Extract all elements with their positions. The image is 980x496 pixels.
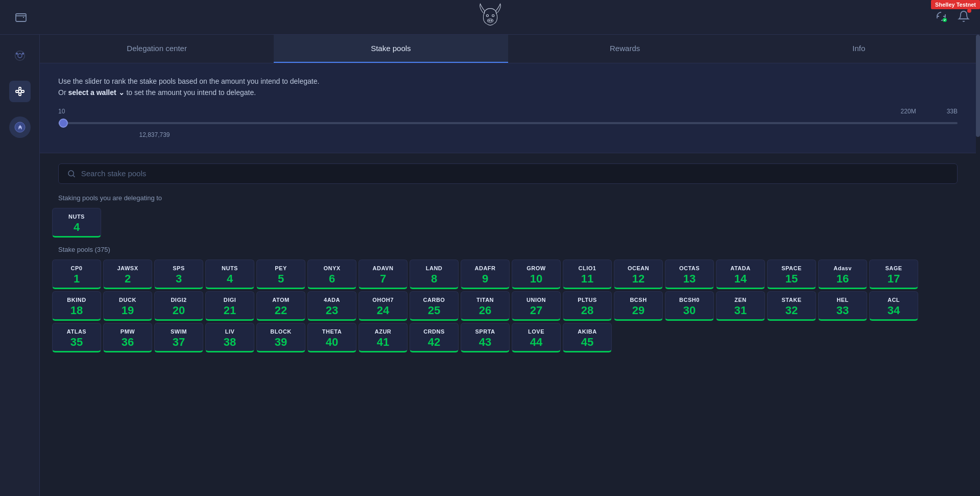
pool-number: 45 bbox=[581, 337, 593, 348]
pool-card-azur[interactable]: AZUR 41 bbox=[358, 323, 408, 352]
pool-card-titan[interactable]: TITAN 26 bbox=[461, 291, 510, 321]
pool-card-hel[interactable]: HEL 33 bbox=[818, 291, 867, 321]
sidebar-settings-icon[interactable] bbox=[9, 81, 31, 102]
pool-card-space[interactable]: SPACE 15 bbox=[767, 259, 816, 289]
pool-number: 34 bbox=[888, 305, 900, 316]
pool-card-ocean[interactable]: OCEAN 12 bbox=[614, 259, 663, 289]
slider-section: Use the slider to rank the stake pools b… bbox=[40, 63, 976, 153]
slider-description: Use the slider to rank the stake pools b… bbox=[58, 76, 958, 99]
svg-rect-13 bbox=[21, 90, 24, 92]
pool-card-jawsx[interactable]: JAWSX 2 bbox=[103, 259, 152, 289]
pool-name: SPS bbox=[173, 265, 185, 271]
pool-number: 28 bbox=[581, 305, 593, 316]
svg-point-18 bbox=[68, 171, 74, 176]
scrollbar-thumb[interactable] bbox=[976, 35, 980, 137]
pool-card-atlas[interactable]: ATLAS 35 bbox=[52, 323, 101, 352]
pool-card-atada[interactable]: ATADA 14 bbox=[716, 259, 765, 289]
slider-wrapper: 12,837,739 bbox=[58, 118, 958, 138]
pool-name: PLTUS bbox=[578, 297, 597, 303]
pool-number: 39 bbox=[275, 337, 287, 348]
wallet-icon[interactable] bbox=[10, 7, 32, 28]
network-badge: Shelley Testnet bbox=[931, 0, 980, 9]
pool-card-cp0[interactable]: CP0 1 bbox=[52, 259, 101, 289]
delegating-pool-card-nuts[interactable]: NUTS 4 bbox=[52, 208, 101, 238]
pool-number: 18 bbox=[70, 305, 83, 316]
search-input[interactable] bbox=[81, 169, 949, 178]
topbar: Shelley Testnet bbox=[0, 0, 980, 35]
pool-number: 10 bbox=[530, 273, 542, 285]
pool-card-pmw[interactable]: PMW 36 bbox=[103, 323, 152, 352]
tab-stake-pools[interactable]: Stake pools bbox=[274, 35, 508, 63]
pool-number: 9 bbox=[482, 273, 488, 285]
pool-name: ADAVN bbox=[373, 265, 394, 271]
pool-name: TITAN bbox=[476, 297, 494, 303]
pool-card-akiba[interactable]: AKIBA 45 bbox=[563, 323, 612, 352]
delegation-amount-slider[interactable] bbox=[58, 118, 958, 128]
pool-card-bkind[interactable]: BKIND 18 bbox=[52, 291, 101, 321]
pool-name: OCTAS bbox=[679, 265, 700, 271]
pool-number: 22 bbox=[275, 305, 287, 316]
pool-name: CP0 bbox=[71, 265, 83, 271]
pool-card-zen[interactable]: ZEN 31 bbox=[716, 291, 765, 321]
pool-number: 38 bbox=[224, 337, 236, 348]
pool-card-octas[interactable]: OCTAS 13 bbox=[665, 259, 714, 289]
svg-rect-14 bbox=[19, 87, 21, 90]
pool-number: 20 bbox=[173, 305, 185, 316]
pool-card-block[interactable]: BLOCK 39 bbox=[256, 323, 305, 352]
delegating-pools: NUTS 4 bbox=[40, 208, 976, 246]
pool-card-sps[interactable]: SPS 3 bbox=[154, 259, 203, 289]
pool-number: 1 bbox=[74, 273, 80, 285]
pool-card-pltus[interactable]: PLTUS 28 bbox=[563, 291, 612, 321]
pool-card-grow[interactable]: GROW 10 bbox=[512, 259, 561, 289]
sync-icon[interactable] bbox=[935, 10, 947, 25]
delegating-pool-number: 4 bbox=[74, 222, 80, 233]
pool-card-theta[interactable]: THETA 40 bbox=[307, 323, 356, 352]
pool-name: OCEAN bbox=[628, 265, 649, 271]
tab-rewards[interactable]: Rewards bbox=[508, 35, 742, 63]
tab-info[interactable]: Info bbox=[742, 35, 976, 63]
pool-number: 4 bbox=[227, 273, 233, 285]
pool-card-sprta[interactable]: SPRTA 43 bbox=[461, 323, 510, 352]
select-wallet-link[interactable]: select a wallet ⌄ bbox=[68, 88, 124, 97]
scroll-area[interactable]: Use the slider to rank the stake pools b… bbox=[40, 63, 976, 496]
tab-delegation-center[interactable]: Delegation center bbox=[40, 35, 274, 63]
pool-card-ohoh7[interactable]: OHOH7 24 bbox=[358, 291, 408, 321]
pool-card-atom[interactable]: ATOM 22 bbox=[256, 291, 305, 321]
pool-card-duck[interactable]: DUCK 19 bbox=[103, 291, 152, 321]
pool-card-stake[interactable]: STAKE 32 bbox=[767, 291, 816, 321]
right-scrollbar[interactable] bbox=[976, 35, 980, 496]
pool-card-pey[interactable]: PEY 5 bbox=[256, 259, 305, 289]
pool-name: ATADA bbox=[730, 265, 750, 271]
pool-card-acl[interactable]: ACL 34 bbox=[869, 291, 918, 321]
pool-name: CRDNS bbox=[423, 328, 445, 335]
pool-card-land[interactable]: LAND 8 bbox=[410, 259, 459, 289]
notification-icon[interactable] bbox=[958, 10, 970, 25]
pool-number: 32 bbox=[785, 305, 798, 316]
pool-card-sage[interactable]: SAGE 17 bbox=[869, 259, 918, 289]
pool-card-crdns[interactable]: CRDNS 42 bbox=[410, 323, 459, 352]
pool-number: 27 bbox=[530, 305, 542, 316]
pool-card-4ada[interactable]: 4ADA 23 bbox=[307, 291, 356, 321]
pool-card-carbo[interactable]: CARBO 25 bbox=[410, 291, 459, 321]
pool-card-adavn[interactable]: ADAVN 7 bbox=[358, 259, 408, 289]
pool-number: 44 bbox=[530, 337, 542, 348]
svg-point-10 bbox=[22, 53, 24, 55]
pool-card-digi2[interactable]: DIGI2 20 bbox=[154, 291, 203, 321]
pool-card-union[interactable]: UNION 27 bbox=[512, 291, 561, 321]
pool-card-liv[interactable]: LIV 38 bbox=[205, 323, 254, 352]
pool-card-clio1[interactable]: CLIO1 11 bbox=[563, 259, 612, 289]
pool-card-adafr[interactable]: ADAFR 9 bbox=[461, 259, 510, 289]
pool-number: 17 bbox=[888, 273, 900, 285]
pool-card-love[interactable]: LOVE 44 bbox=[512, 323, 561, 352]
pool-card-digi[interactable]: DIGI 21 bbox=[205, 291, 254, 321]
pool-card-onyx[interactable]: ONYX 6 bbox=[307, 259, 356, 289]
pool-card-bcsh[interactable]: BCSH 29 bbox=[614, 291, 663, 321]
pool-card-nuts[interactable]: NUTS 4 bbox=[205, 259, 254, 289]
pool-number: 36 bbox=[122, 337, 134, 348]
pool-card-swim[interactable]: SWIM 37 bbox=[154, 323, 203, 352]
pool-card-adasv[interactable]: Adasv 16 bbox=[818, 259, 867, 289]
pool-name: Adasv bbox=[833, 265, 852, 271]
sidebar-ada-icon[interactable]: ₳ bbox=[9, 116, 31, 138]
pool-number: 12 bbox=[632, 273, 644, 285]
pool-card-bcsh0[interactable]: BCSH0 30 bbox=[665, 291, 714, 321]
